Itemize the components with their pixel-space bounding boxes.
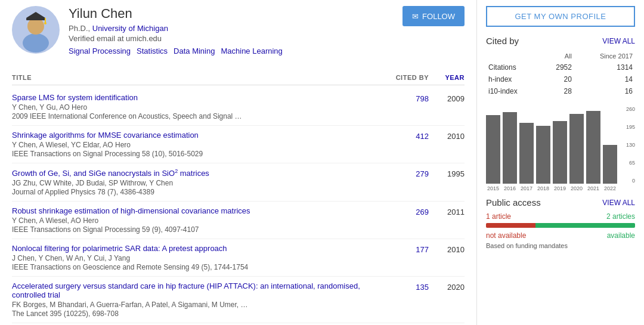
profile-tags: Signal Processing Statistics Data Mining… <box>69 47 402 55</box>
profile-info: Yilun Chen Ph.D., University of Michigan… <box>69 6 402 55</box>
paper-meta: Nonlocal filtering for polarimetric SAR … <box>12 244 381 271</box>
paper-year: 2010 <box>429 244 465 254</box>
chart-year-label: 2019 <box>553 185 567 191</box>
y-axis-label: 195 <box>626 124 635 130</box>
paper-venue: The Lancet 395 (10225), 698-708 <box>12 309 381 318</box>
paper-title-link[interactable]: Sparse LMS for system identification <box>12 93 381 102</box>
paper-authors: Y Chen, A Wiesel, AO Hero <box>12 216 381 225</box>
paper-cited-count[interactable]: 269 <box>381 206 429 216</box>
stats-since: 1314 <box>574 61 635 73</box>
paper-title-link[interactable]: Nonlocal filtering for polarimetric SAR … <box>12 244 381 253</box>
tag-statistics[interactable]: Statistics <box>137 47 168 55</box>
paper-cited-count[interactable]: 135 <box>381 281 429 292</box>
cited-by-title: Cited by <box>486 36 519 46</box>
y-axis-label: 0 <box>626 178 635 184</box>
bar-chart <box>486 106 635 184</box>
y-axis-label: 260 <box>626 106 635 112</box>
paper-row: Growth of Ge, Si, and SiGe nanocrystals … <box>12 163 465 202</box>
stats-col-all: All <box>541 51 574 61</box>
paper-meta: Robust shrinkage estimation of high-dime… <box>12 206 381 234</box>
profile-email: Verified email at umich.edu <box>69 34 402 43</box>
paper-title-link[interactable]: Shrinkage algorithms for MMSE covariance… <box>12 131 381 140</box>
stats-label: h-index <box>486 73 541 85</box>
public-access-title: Public access <box>486 197 541 208</box>
cited-by-view-all[interactable]: VIEW ALL <box>602 37 635 45</box>
paper-year: 2020 <box>429 281 465 292</box>
access-note: Based on funding mandates <box>486 242 635 249</box>
paper-authors: Y Chen, A Wiesel, YC Eldar, AO Hero <box>12 141 381 149</box>
paper-meta: Growth of Ge, Si, and SiGe nanocrystals … <box>12 168 381 196</box>
y-axis-label: 130 <box>626 142 635 148</box>
paper-row: Accelerated surgery versus standard care… <box>12 277 465 323</box>
paper-year: 2010 <box>429 131 465 141</box>
available-text: available <box>607 231 635 240</box>
paper-cited-count[interactable]: 798 <box>381 93 429 103</box>
paper-title-link[interactable]: Accelerated surgery versus standard care… <box>12 281 381 299</box>
chart-year-label: 2020 <box>569 185 584 191</box>
table-header: TITLE CITED BY YEAR <box>12 70 465 85</box>
paper-title-link[interactable]: Robust shrinkage estimation of high-dime… <box>12 206 381 215</box>
paper-cited-count[interactable]: 177 <box>381 244 429 254</box>
chart-bar[interactable] <box>603 145 617 184</box>
stats-all: 2952 <box>541 61 574 73</box>
y-axis: 260195130650 <box>626 106 635 184</box>
stats-table: All Since 2017 Citations 2952 1314 h-ind… <box>486 51 635 97</box>
chart-year-label: 2021 <box>586 185 600 191</box>
avatar <box>12 6 60 54</box>
svg-point-6 <box>44 22 47 24</box>
email-icon: ✉ <box>412 12 419 21</box>
paper-meta: Accelerated surgery versus standard care… <box>12 281 381 318</box>
chart-year-label: 2016 <box>503 185 517 191</box>
stats-row: Citations 2952 1314 <box>486 61 635 73</box>
paper-cited-count[interactable]: 279 <box>381 168 429 178</box>
chart-bar[interactable] <box>519 123 534 184</box>
stats-col-label <box>486 51 541 61</box>
chart-bar[interactable] <box>486 115 500 184</box>
svg-rect-3 <box>26 18 45 20</box>
stats-label: Citations <box>486 61 541 73</box>
chart-bar[interactable] <box>569 114 584 184</box>
chart-bar[interactable] <box>553 121 567 184</box>
tag-data-mining[interactable]: Data Mining <box>174 47 215 55</box>
stats-since: 16 <box>574 85 635 97</box>
profile-name: Yilun Chen <box>69 6 402 21</box>
tag-signal-processing[interactable]: Signal Processing <box>69 47 131 55</box>
paper-year: 2009 <box>429 93 465 103</box>
follow-button[interactable]: ✉ FOLLOW <box>402 6 465 26</box>
not-available-text: not available <box>486 231 526 240</box>
chart-year-label: 2015 <box>486 185 500 191</box>
paper-authors: JG Zhu, CW White, JD Budai, SP Withrow, … <box>12 179 381 187</box>
svg-point-1 <box>23 33 49 52</box>
stats-since: 14 <box>574 73 635 85</box>
chart-bar[interactable] <box>536 126 550 184</box>
paper-row: Robust shrinkage estimation of high-dime… <box>12 202 465 239</box>
paper-venue: 2009 IEEE International Conference on Ac… <box>12 112 381 120</box>
paper-cited-count[interactable]: 412 <box>381 131 429 141</box>
get-profile-button[interactable]: GET MY OWN PROFILE <box>486 6 635 27</box>
chart-year-label: 2018 <box>536 185 550 191</box>
paper-year: 2011 <box>429 206 465 216</box>
col-year-header: YEAR <box>429 74 465 81</box>
stats-row: h-index 20 14 <box>486 73 635 85</box>
cited-by-header: Cited by VIEW ALL <box>486 33 635 46</box>
public-access-view-all[interactable]: VIEW ALL <box>602 199 635 207</box>
paper-title-link[interactable]: Growth of Ge, Si, and SiGe nanocrystals … <box>12 168 381 178</box>
col-title-header: TITLE <box>12 74 381 81</box>
university-link[interactable]: University of Michigan <box>92 24 168 33</box>
access-text-row: not available available <box>486 231 635 240</box>
paper-row: Nonlocal filtering for polarimetric SAR … <box>12 239 465 277</box>
chart-labels: 20152016201720182019202020212022 <box>486 185 635 191</box>
profile-degree: Ph.D., University of Michigan <box>69 24 402 33</box>
not-available-bar <box>486 223 535 228</box>
papers-list: Sparse LMS for system identification Y C… <box>12 88 465 323</box>
paper-venue: IEEE Transactions on Signal Processing 5… <box>12 150 381 158</box>
chart-bar[interactable] <box>503 112 517 184</box>
paper-meta: Sparse LMS for system identification Y C… <box>12 93 381 120</box>
public-access-header: Public access VIEW ALL <box>486 197 635 208</box>
paper-venue: IEEE Transactions on Geoscience and Remo… <box>12 263 381 271</box>
tag-machine-learning[interactable]: Machine Learning <box>221 47 282 55</box>
access-bar <box>486 223 635 228</box>
available-count: 2 articles <box>606 212 635 221</box>
chart-bar[interactable] <box>586 111 600 184</box>
stats-all: 28 <box>541 85 574 97</box>
